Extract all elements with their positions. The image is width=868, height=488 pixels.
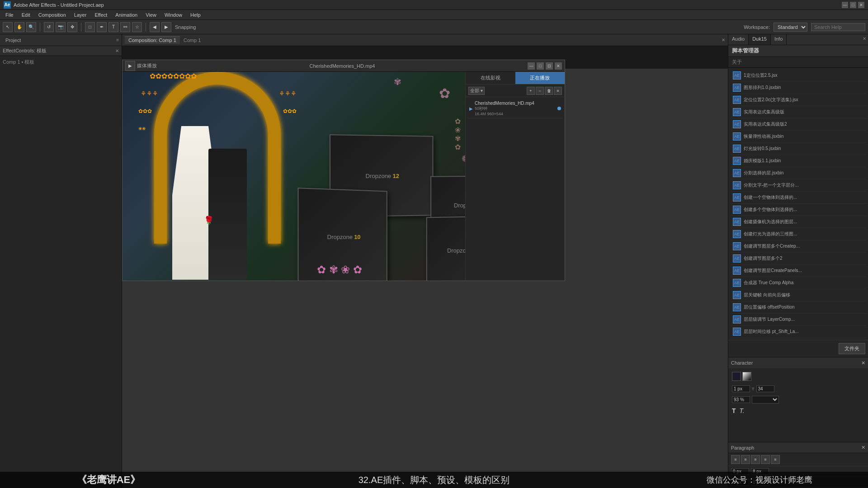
rp-tab-duk15[interactable]: Duk15 [749, 34, 771, 45]
char-label: Character [731, 360, 753, 366]
media-player-header: ▶ 媒体播放 CherishedMemories_HD.mp4 — □ ⊡ ✕ [123, 60, 565, 72]
ms-add-btn[interactable]: + [527, 87, 535, 95]
mp-window-controls[interactable]: — □ ⊡ ✕ [528, 62, 562, 70]
sm-item-3[interactable]: AE 实用表达式集高级版 [730, 106, 866, 118]
mp-maximize[interactable]: ⊡ [546, 62, 553, 70]
comp-view-tab[interactable]: Comp 1 [184, 38, 201, 43]
sm-item-16[interactable]: AE 创建调节图层CreatePanels... [730, 265, 866, 277]
ms-tab-online[interactable]: 在线影视 [466, 72, 515, 84]
char-input-1[interactable] [732, 385, 750, 392]
rp-close[interactable]: ✕ [861, 34, 868, 45]
minimize-button[interactable]: — [842, 2, 848, 8]
menu-window[interactable]: Window [161, 11, 186, 19]
tool-hand[interactable]: ✋ [14, 22, 24, 32]
effect-controls-close[interactable]: ✕ [115, 48, 119, 53]
menu-composition[interactable]: Composition [35, 11, 70, 19]
menu-help[interactable]: Help [187, 11, 204, 19]
ms-minus-btn[interactable]: − [536, 87, 544, 95]
sm-item-12[interactable]: AE 创建摄像机为选择的图层... [730, 216, 866, 228]
menu-animation[interactable]: Animation [112, 11, 141, 19]
color-swatch-1[interactable] [732, 372, 741, 381]
sm-item-7[interactable]: AE 婚庆模版1.1.jsxbin [730, 155, 866, 167]
maximize-button[interactable]: □ [850, 2, 856, 8]
groom-figure [208, 149, 247, 280]
media-player-window[interactable]: ▶ 媒体播放 CherishedMemories_HD.mp4 — □ ⊡ ✕ [122, 60, 565, 281]
sm-item-4[interactable]: AE 实用表达式集高级版2 [730, 118, 866, 131]
sm-item-10[interactable]: AE 创建一个空物体到选择的... [730, 192, 866, 204]
tool-camera[interactable]: 📷 [56, 22, 66, 32]
tool-puppet[interactable]: ☆ [132, 22, 142, 32]
ms-actions: + − 🗑 ≡ [527, 87, 562, 95]
sm-item-9[interactable]: AE 分割文字-把一个文字层分... [730, 179, 866, 192]
comp-tab[interactable]: Composition: Comp 1 [125, 36, 180, 44]
mp-close[interactable]: ✕ [555, 62, 562, 70]
window-controls[interactable]: — □ ✕ [842, 2, 864, 8]
tool-clone[interactable]: ⚯ [120, 22, 130, 32]
color-swatch-2[interactable] [742, 372, 751, 381]
tool-select[interactable]: ↖ [3, 22, 13, 32]
sm-item-15[interactable]: AE 创建调节图层多个2 [730, 253, 866, 265]
char-close[interactable]: ✕ [861, 360, 865, 366]
sm-item-label-16: 创建调节图层CreatePanels... [744, 267, 863, 274]
comp-close[interactable]: ✕ [722, 38, 725, 42]
tool-zoom[interactable]: 🔍 [26, 22, 36, 32]
sm-item-18[interactable]: AE 层关键帧 向前向后偏移 [730, 289, 866, 301]
tool-pan[interactable]: ✥ [67, 22, 77, 32]
menu-layer[interactable]: Layer [71, 11, 90, 19]
tool-next[interactable]: ▶ [161, 22, 171, 32]
sm-item-label-21: 层层时间位移 pt_Shift_La... [744, 328, 863, 335]
ms-all-select[interactable]: 全部 ▾ [468, 87, 485, 95]
ms-more-btn[interactable]: ≡ [554, 87, 562, 95]
menu-view[interactable]: View [142, 11, 160, 19]
ms-file-item[interactable]: ▶ CherishedMemories_HD.mp4 50秒钟 16.4M 96… [467, 99, 563, 118]
workspace-select[interactable]: Standard [774, 23, 807, 32]
sm-item-19[interactable]: AE 层位置偏移 offsetPosition [730, 301, 866, 314]
sm-item-17[interactable]: AE 合成器 True Comp Alpha [730, 277, 866, 289]
rp-tab-info[interactable]: Info [771, 34, 787, 45]
sm-item-5[interactable]: AE 恢量弹性动画.jsxbin [730, 131, 866, 143]
comp-label: Comp 1 • 模板 [0, 56, 122, 68]
sm-title: 脚本管理器 [728, 45, 868, 57]
align-justify[interactable]: ≡ [761, 455, 770, 464]
sm-item-1[interactable]: AE 图形排列1.0.jsxbin [730, 82, 866, 94]
mp-restore[interactable]: □ [537, 62, 544, 70]
menu-edit[interactable]: Edit [18, 11, 34, 19]
tab-project[interactable]: Project [3, 37, 24, 44]
sm-item-6[interactable]: AE 灯光旋转0.5.jsxbin [730, 143, 866, 155]
tool-text[interactable]: T [108, 22, 118, 32]
panel-menu-icon[interactable]: ≡ [116, 38, 119, 42]
align-justify-last[interactable]: ≡ [771, 455, 780, 464]
char-select[interactable] [752, 396, 779, 404]
sm-item-14[interactable]: AE 创建调节图层多个Createp... [730, 240, 866, 253]
menu-effect[interactable]: Effect [91, 11, 111, 19]
tool-pen[interactable]: ✒ [97, 22, 107, 32]
sm-folder-btn[interactable]: 文件夹 [839, 343, 865, 354]
menu-bar: File Edit Composition Layer Effect Anima… [0, 10, 868, 20]
char-input-pct[interactable] [732, 396, 750, 403]
align-right[interactable]: ≡ [751, 455, 760, 464]
char-input-2[interactable] [756, 385, 774, 392]
sm-item-21[interactable]: AE 层层时间位移 pt_Shift_La... [730, 326, 866, 338]
search-help-input[interactable] [811, 23, 865, 31]
ms-delete-btn[interactable]: 🗑 [545, 87, 553, 95]
rp-tab-audio[interactable]: Audio [728, 34, 749, 45]
align-center[interactable]: ≡ [741, 455, 750, 464]
menu-file[interactable]: File [2, 11, 17, 19]
tool-prev[interactable]: ◀ [150, 22, 160, 32]
close-button[interactable]: ✕ [858, 2, 864, 8]
sm-item-11[interactable]: AE 创建多个空物体到选择的... [730, 204, 866, 216]
mp-minimize[interactable]: — [528, 62, 535, 70]
sm-item-0[interactable]: AE 1定位位置2.5.jsx [730, 70, 866, 82]
ms-tab-playing[interactable]: 正在播放 [515, 72, 565, 84]
sm-item-20[interactable]: AE 层层级调节 LayerComp... [730, 314, 866, 326]
tool-rect[interactable]: □ [85, 22, 95, 32]
sm-item-2[interactable]: AE 定位位置2.0c(文字选集).jsx [730, 94, 866, 106]
mp-header-icon[interactable]: ▶ [125, 61, 135, 71]
para-close[interactable]: ✕ [861, 445, 865, 450]
sm-item-8[interactable]: AE 分割选择的层.jsxbin [730, 167, 866, 179]
align-left[interactable]: ≡ [731, 455, 740, 464]
tool-rotate[interactable]: ↺ [44, 22, 54, 32]
char-T-italic: T. [740, 407, 745, 414]
wedding-scene: ✿ ✾ ❀ ✿ ❁ ✾ ✿ ⚘⚘⚘ [123, 72, 465, 281]
sm-item-13[interactable]: AE 创建灯光为选择的三维图... [730, 228, 866, 240]
